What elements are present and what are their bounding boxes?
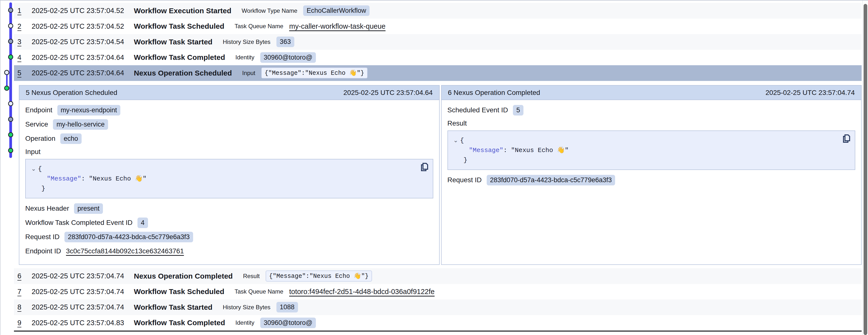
- timeline-event-dot[interactable]: [8, 148, 13, 153]
- event-row[interactable]: 6 2025-02-25 UTC 23:57:04.74 Nexus Opera…: [14, 268, 862, 284]
- event-attr-value: 30960@totoro@: [260, 52, 316, 63]
- panel-title: 5 Nexus Operation Scheduled: [26, 89, 117, 96]
- event-row[interactable]: 7 2025-02-25 UTC 23:57:04.74 Workflow Ta…: [14, 284, 862, 300]
- json-line: ⌄{: [453, 135, 849, 145]
- event-id-link[interactable]: 7: [18, 288, 25, 296]
- json-value: "Nexus Echo 👋": [89, 175, 147, 183]
- event-id-link[interactable]: 9: [18, 319, 25, 327]
- detail-field-value[interactable]: 3c0c75ccfa8144b092c13ce632463761: [66, 247, 184, 255]
- detail-field-value: present: [74, 203, 103, 214]
- timeline-event-dot[interactable]: [8, 54, 13, 60]
- detail-field-label: Service: [25, 120, 48, 128]
- event-name: Workflow Task Scheduled: [134, 22, 224, 30]
- detail-field-value: 283fd070-d57a-4423-bdca-c5c779e6a3f3: [64, 232, 193, 242]
- timeline-event-dot[interactable]: [8, 132, 13, 137]
- collapse-chevron-icon[interactable]: ⌄: [31, 164, 38, 174]
- panel-timestamp: 2025-02-25 UTC 23:57:04.64: [343, 89, 433, 96]
- event-attr-label: Result: [243, 273, 260, 280]
- timeline-event-dot[interactable]: [4, 86, 9, 91]
- event-id-link[interactable]: 4: [18, 53, 25, 61]
- event-timestamp: 2025-02-25 UTC 23:57:04.74: [32, 288, 124, 296]
- event-id-link[interactable]: 3: [18, 38, 25, 46]
- json-line: "Message": "Nexus Echo 👋": [453, 145, 849, 155]
- event-name: Nexus Operation Completed: [134, 272, 232, 280]
- timeline-event-dot[interactable]: [8, 117, 13, 122]
- event-name: Workflow Task Completed: [134, 53, 225, 61]
- event-detail-group: 5 Nexus Operation Scheduled 2025-02-25 U…: [19, 85, 862, 265]
- panel-body: Scheduled Event ID 5 Result ⌄{ "Message"…: [442, 100, 861, 264]
- event-attr-label: History Size Bytes: [223, 38, 271, 45]
- event-timestamp: 2025-02-25 UTC 23:57:04.54: [32, 38, 124, 46]
- panel-timestamp: 2025-02-25 UTC 23:57:04.74: [766, 89, 855, 96]
- scrollbar-thumb[interactable]: [864, 4, 867, 335]
- detail-field-label: Endpoint: [25, 106, 53, 114]
- detail-field: Request ID 283fd070-d57a-4423-bdca-c5c77…: [447, 174, 856, 186]
- detail-field: Workflow Task Completed Event ID 4: [25, 217, 433, 228]
- detail-field: Scheduled Event ID 5: [447, 105, 856, 116]
- timeline-event-dot[interactable]: [8, 8, 13, 13]
- event-timestamp: 2025-02-25 UTC 23:57:04.52: [32, 22, 124, 30]
- detail-field-label: Workflow Task Completed Event ID: [25, 219, 132, 227]
- event-timestamp: 2025-02-25 UTC 23:57:04.83: [32, 319, 124, 327]
- detail-field-label: Request ID: [447, 176, 482, 184]
- detail-field: Operation echo: [25, 133, 433, 144]
- detail-field: Service my-hello-service: [25, 119, 433, 130]
- detail-field-value: my-nexus-endpoint: [57, 105, 121, 115]
- event-attr-value[interactable]: my-caller-workflow-task-queue: [289, 22, 385, 30]
- detail-field-label: Operation: [25, 135, 55, 142]
- timeline-event-dot[interactable]: [8, 23, 13, 28]
- event-attr-value: {"Message":"Nexus Echo 👋"}: [261, 67, 368, 79]
- event-name: Workflow Task Started: [134, 303, 213, 311]
- event-attr-value[interactable]: totoro:f494fecf-2d51-4d48-bdcd-036a0f912…: [289, 288, 434, 296]
- event-attr-label: History Size Bytes: [223, 304, 271, 311]
- copy-icon: [842, 134, 851, 144]
- copy-button[interactable]: [842, 134, 851, 144]
- event-name: Workflow Task Scheduled: [134, 287, 224, 296]
- event-row[interactable]: 1 2025-02-25 UTC 23:57:04.52 Workflow Ex…: [14, 3, 862, 19]
- event-name: Workflow Task Completed: [134, 318, 225, 327]
- event-attr-value: EchoCallerWorkflow: [303, 5, 370, 16]
- event-timestamp: 2025-02-25 UTC 23:57:04.64: [32, 69, 124, 77]
- detail-field-value: my-hello-service: [53, 119, 108, 130]
- event-id-link[interactable]: 1: [18, 7, 25, 15]
- event-name: Nexus Operation Scheduled: [134, 69, 232, 77]
- event-attr-label: Workflow Type Name: [242, 7, 297, 14]
- event-timestamp: 2025-02-25 UTC 23:57:04.74: [32, 272, 124, 280]
- detail-field: Request ID 283fd070-d57a-4423-bdca-c5c77…: [25, 231, 433, 243]
- payload-json-viewer: ⌄{ "Message": "Nexus Echo 👋" }: [447, 131, 856, 170]
- detail-field: Endpoint my-nexus-endpoint: [25, 105, 433, 116]
- event-attr-label: Task Queue Name: [235, 288, 283, 295]
- event-row[interactable]: 5 2025-02-25 UTC 23:57:04.64 Nexus Opera…: [14, 65, 862, 81]
- event-timestamp: 2025-02-25 UTC 23:57:04.64: [32, 53, 124, 61]
- event-row[interactable]: 4 2025-02-25 UTC 23:57:04.64 Workflow Ta…: [14, 50, 862, 65]
- event-row[interactable]: 2 2025-02-25 UTC 23:57:04.52 Workflow Ta…: [14, 19, 862, 34]
- event-row[interactable]: 3 2025-02-25 UTC 23:57:04.54 Workflow Ta…: [14, 34, 862, 50]
- timeline-event-dot[interactable]: [4, 70, 9, 75]
- json-close-brace: }: [41, 185, 45, 192]
- event-row[interactable]: 8 2025-02-25 UTC 23:57:04.74 Workflow Ta…: [14, 300, 862, 315]
- detail-field: Endpoint ID 3c0c75ccfa8144b092c13ce63246…: [25, 246, 433, 257]
- event-id-link[interactable]: 2: [18, 22, 25, 30]
- detail-field-value: 283fd070-d57a-4423-bdca-c5c779e6a3f3: [487, 175, 615, 186]
- event-list-bottom: 6 2025-02-25 UTC 23:57:04.74 Nexus Opera…: [14, 268, 862, 331]
- event-id-link[interactable]: 6: [18, 272, 25, 280]
- timeline-event-dot[interactable]: [8, 101, 13, 106]
- detail-field-value: echo: [60, 133, 82, 144]
- timeline-event-dot[interactable]: [8, 39, 13, 44]
- vertical-scrollbar[interactable]: [862, 0, 868, 335]
- bottom-divider: [14, 331, 862, 332]
- copy-button[interactable]: [420, 162, 429, 172]
- event-attr-label: Identity: [236, 319, 254, 326]
- event-id-link[interactable]: 5: [18, 69, 25, 77]
- payload-label: Input: [25, 148, 433, 156]
- panel-title: 6 Nexus Operation Completed: [448, 89, 540, 96]
- json-close-brace: }: [464, 157, 468, 164]
- event-attr-label: Task Queue Name: [235, 23, 283, 30]
- payload-label: Result: [447, 119, 856, 128]
- event-row[interactable]: 9 2025-02-25 UTC 23:57:04.83 Workflow Ta…: [14, 315, 862, 331]
- collapse-chevron-icon[interactable]: ⌄: [453, 135, 460, 145]
- detail-field: Nexus Header present: [25, 203, 433, 214]
- event-timestamp: 2025-02-25 UTC 23:57:04.52: [32, 7, 124, 15]
- event-id-link[interactable]: 8: [18, 303, 25, 311]
- event-timeline-rail: [0, 0, 16, 167]
